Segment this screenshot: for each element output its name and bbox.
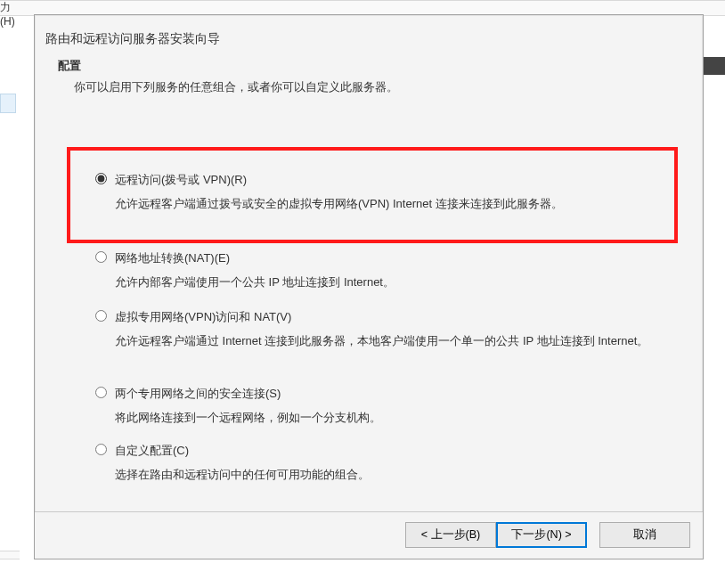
menu-fragment-help: 力(H) bbox=[0, 0, 21, 14]
option-desc: 允许远程客户端通过拨号或安全的虚拟专用网络(VPN) Internet 连接来连… bbox=[115, 194, 667, 213]
radio-nat[interactable] bbox=[95, 251, 107, 263]
cancel-button[interactable]: 取消 bbox=[599, 522, 690, 548]
option-desc: 允许内部客户端使用一个公共 IP 地址连接到 Internet。 bbox=[115, 273, 667, 291]
option-desc: 选择在路由和远程访问中的任何可用功能的组合。 bbox=[115, 465, 667, 484]
radio-secure-connection[interactable] bbox=[95, 387, 107, 398]
wizard-header: 路由和远程访问服务器安装向导 配置 你可以启用下列服务的任意组合，或者你可以自定… bbox=[35, 15, 703, 95]
wizard-title: 路由和远程访问服务器安装向导 bbox=[45, 31, 692, 47]
option-label: 远程访问(拨号或 VPN)(R) bbox=[115, 172, 667, 188]
background-selection bbox=[0, 94, 16, 113]
option-label: 虚拟专用网络(VPN)访问和 NAT(V) bbox=[115, 309, 667, 325]
option-label: 网络地址转换(NAT)(E) bbox=[115, 250, 667, 266]
option-secure-connection[interactable]: 两个专用网络之间的安全连接(S) 将此网络连接到一个远程网络，例如一个分支机构。 bbox=[95, 386, 667, 427]
back-button[interactable]: < 上一步(B) bbox=[405, 522, 496, 548]
wizard-subheading: 你可以启用下列服务的任意组合，或者你可以自定义此服务器。 bbox=[74, 79, 692, 95]
button-bar: < 上一步(B) 下一步(N) > 取消 bbox=[35, 511, 703, 559]
background-lower bbox=[0, 551, 20, 559]
option-vpn-nat[interactable]: 虚拟专用网络(VPN)访问和 NAT(V) 允许远程客户端通过 Internet… bbox=[95, 309, 667, 350]
options-area: 远程访问(拨号或 VPN)(R) 允许远程客户端通过拨号或安全的虚拟专用网络(V… bbox=[35, 127, 703, 507]
wizard-heading: 配置 bbox=[58, 58, 692, 74]
radio-vpn-nat[interactable] bbox=[95, 310, 107, 322]
next-button[interactable]: 下一步(N) > bbox=[496, 522, 587, 548]
option-label: 自定义配置(C) bbox=[115, 443, 667, 459]
radio-remote-access[interactable] bbox=[95, 173, 107, 184]
option-custom[interactable]: 自定义配置(C) 选择在路由和远程访问中的任何可用功能的组合。 bbox=[95, 443, 667, 484]
option-desc: 将此网络连接到一个远程网络，例如一个分支机构。 bbox=[115, 408, 667, 427]
option-desc: 允许远程客户端通过 Internet 连接到此服务器，本地客户端使用一个单一的公… bbox=[115, 331, 667, 350]
wizard-dialog: 路由和远程访问服务器安装向导 配置 你可以启用下列服务的任意组合，或者你可以自定… bbox=[34, 14, 704, 559]
option-label: 两个专用网络之间的安全连接(S) bbox=[115, 386, 667, 402]
option-remote-access[interactable]: 远程访问(拨号或 VPN)(R) 允许远程客户端通过拨号或安全的虚拟专用网络(V… bbox=[95, 172, 667, 213]
radio-custom[interactable] bbox=[95, 444, 107, 455]
option-nat[interactable]: 网络地址转换(NAT)(E) 允许内部客户端使用一个公共 IP 地址连接到 In… bbox=[95, 250, 667, 291]
